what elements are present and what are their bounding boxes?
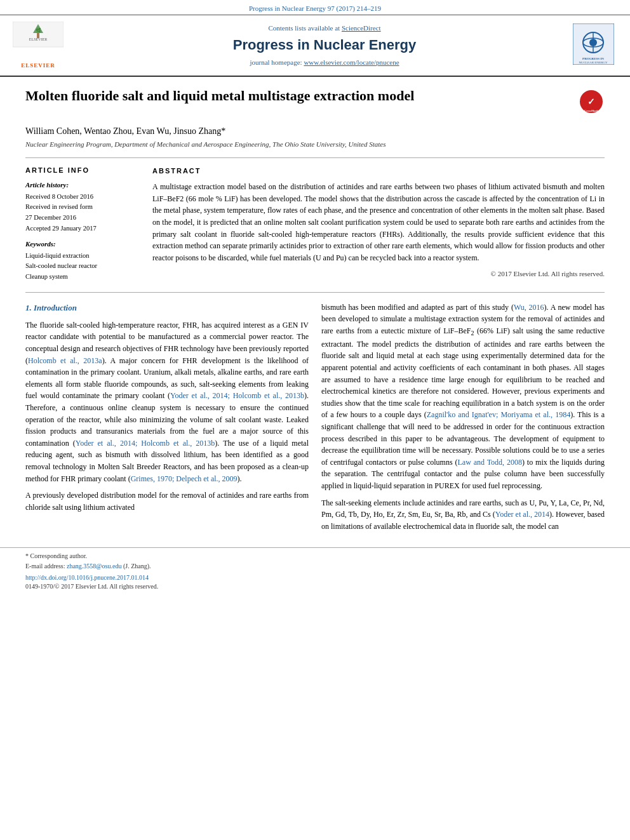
elsevier-logo: 🌿 ELSEVIER ELSEVIER [13, 22, 64, 69]
body-para-right-2: The salt-seeking elements include actini… [321, 497, 605, 533]
section-divider [25, 292, 605, 293]
body-para-left-1: The fluoride salt-cooled high-temperatur… [25, 319, 309, 484]
abstract-text: A multistage extraction model based on t… [152, 181, 605, 263]
affiliation: Nuclear Engineering Program, Department … [25, 140, 605, 149]
journal-citation-text: Progress in Nuclear Energy 97 (2017) 214… [249, 4, 381, 12]
svg-rect-4 [37, 33, 39, 38]
email-footnote: E-mail address: zhang.3558@osu.edu (J. Z… [25, 562, 605, 571]
doi-line: http://dx.doi.org/10.1016/j.pnucene.2017… [25, 573, 605, 582]
body-col-right: bismuth has been modified and adapted as… [321, 302, 605, 538]
article-info-heading: ARTICLE INFO [25, 166, 140, 175]
keywords-label: Keywords: [25, 239, 140, 249]
copyright: © 2017 Elsevier Ltd. All rights reserved… [152, 269, 605, 279]
journal-homepage: journal homepage: www.elsevier.com/locat… [76, 58, 573, 67]
main-content: Molten fluoride salt and liquid metal mu… [0, 77, 630, 547]
doi-link[interactable]: http://dx.doi.org/10.1016/j.pnucene.2017… [25, 574, 149, 581]
ref-wu-2016[interactable]: Wu, 2016 [514, 303, 544, 312]
revised-label: Received in revised form [25, 203, 140, 212]
svg-text:PROGRESS IN: PROGRESS IN [582, 57, 604, 60]
revised-date: 27 December 2016 [25, 213, 140, 223]
svg-text:CrossMark: CrossMark [584, 109, 598, 112]
article-title-text: Molten fluoride salt and liquid metal mu… [25, 87, 573, 105]
ref-yoder-2014c[interactable]: Yoder et al., 2014 [495, 510, 549, 519]
article-info-panel: ARTICLE INFO Article history: Received 8… [25, 166, 140, 283]
ref-zagnitko[interactable]: Zagnil'ko and Ignat'ev; Moriyama et al.,… [427, 410, 570, 419]
ref-law-todd[interactable]: Law and Todd, 2008 [457, 458, 522, 467]
crossmark-badge[interactable]: ✓ CrossMark [579, 90, 605, 119]
article-title-section: Molten fluoride salt and liquid metal mu… [25, 87, 605, 119]
footer: * Corresponding author. E-mail address: … [0, 547, 630, 595]
ref-yoder-2014b[interactable]: Yoder et al., 2014; Holcomb et al., 2013… [76, 439, 215, 448]
elsevier-wordmark: ELSEVIER [13, 62, 64, 70]
ref-yoder-2014[interactable]: Yoder et al., 2014; Holcomb et al., 2013… [170, 391, 304, 400]
journal-header: 🌿 ELSEVIER ELSEVIER Contents lists avail… [0, 15, 630, 77]
sciencedirect-link[interactable]: Contents lists available at ScienceDirec… [76, 23, 573, 33]
svg-text:NUCLEAR ENERGY: NUCLEAR ENERGY [579, 61, 608, 64]
accepted-date: Accepted 29 January 2017 [25, 224, 140, 234]
keyword-2: Salt-cooled nuclear reactor [25, 262, 140, 271]
svg-text:✓: ✓ [587, 97, 595, 107]
body-para-left-2: A previously developed distribution mode… [25, 490, 309, 513]
header-center: Contents lists available at ScienceDirec… [76, 23, 573, 68]
footnote-star: * Corresponding author. [25, 552, 605, 561]
keywords-section: Keywords: Liquid-liquid extraction Salt-… [25, 239, 140, 281]
email-link[interactable]: zhang.3558@osu.edu [67, 563, 121, 570]
body-content: 1. Introduction The fluoride salt-cooled… [25, 302, 605, 538]
abstract-heading: ABSTRACT [152, 166, 605, 177]
keyword-3: Cleanup system [25, 272, 140, 282]
abstract-panel: ABSTRACT A multistage extraction model b… [152, 166, 605, 283]
article-info-abstract: ARTICLE INFO Article history: Received 8… [25, 157, 605, 283]
received-date: Received 8 October 2016 [25, 192, 140, 202]
body-para-right-1: bismuth has been modified and adapted as… [321, 302, 605, 492]
history-label: Article history: [25, 180, 140, 190]
keyword-1: Liquid-liquid extraction [25, 251, 140, 261]
body-col-left: 1. Introduction The fluoride salt-cooled… [25, 302, 309, 538]
ref-grimes-1970[interactable]: Grimes, 1970; Delpech et al., 2009 [131, 474, 238, 483]
journal-logo: PROGRESS IN NUCLEAR ENERGY [573, 23, 617, 68]
section-1-heading: 1. Introduction [25, 302, 309, 314]
authors: William Cohen, Wentao Zhou, Evan Wu, Jin… [25, 125, 605, 138]
ref-holcomb-2013a[interactable]: Holcomb et al., 2013a [28, 356, 102, 365]
journal-title: Progress in Nuclear Energy [76, 36, 573, 55]
issn-line: 0149-1970/© 2017 Elsevier Ltd. All right… [25, 582, 605, 591]
journal-citation-bar: Progress in Nuclear Energy 97 (2017) 214… [0, 0, 630, 15]
